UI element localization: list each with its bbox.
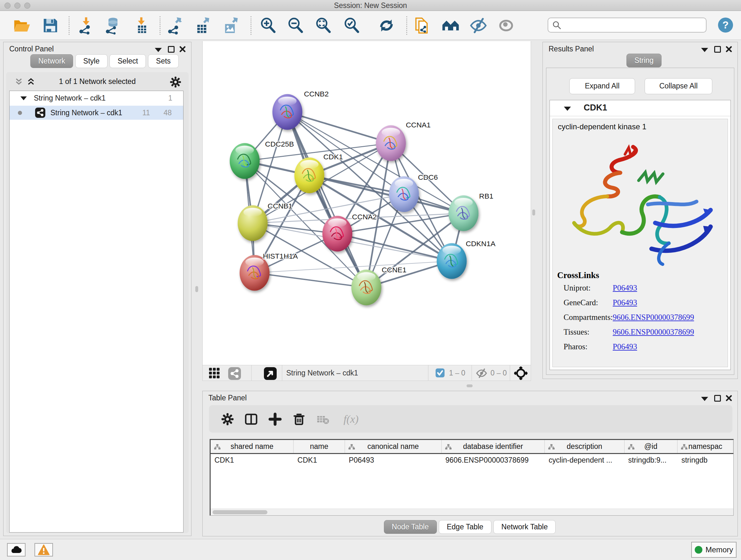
protein-section-header[interactable]: CDK1: [550, 100, 731, 116]
tab-select[interactable]: Select: [110, 54, 146, 68]
crosslink-pharos-link[interactable]: P06493: [613, 342, 637, 351]
footer-separator: [251, 365, 252, 381]
left-splitter-handle[interactable]: [195, 286, 198, 292]
table-row[interactable]: CDK1CDK1P064939606.ENSP00000378699cyclin…: [211, 454, 733, 466]
help-button[interactable]: ?: [718, 17, 733, 33]
selected-checkbox-icon[interactable]: [435, 368, 445, 379]
scrollbar-thumb[interactable]: [212, 510, 267, 514]
show-eye-button[interactable]: [495, 15, 517, 36]
create-column-plus-icon[interactable]: [267, 412, 283, 427]
grid-view-icon[interactable]: [208, 367, 220, 381]
network-node-CCNB1[interactable]: [238, 205, 268, 241]
show-columns-icon[interactable]: [244, 412, 259, 427]
column-header-namespac[interactable]: namespac: [677, 440, 733, 453]
network-edge[interactable]: [255, 273, 366, 288]
crosslink-tissues-link[interactable]: 9606.ENSP00000378699: [613, 327, 694, 336]
tab-string-results[interactable]: String: [626, 54, 662, 67]
string-view-icon[interactable]: [228, 367, 241, 381]
panel-float-icon[interactable]: [714, 395, 721, 401]
network-node-CDC6[interactable]: [389, 176, 419, 212]
delete-column-trash-icon[interactable]: [291, 412, 307, 427]
import-network-button[interactable]: [75, 15, 98, 36]
tab-network[interactable]: Network: [30, 54, 73, 68]
birdseye-view-icon[interactable]: [264, 367, 277, 381]
panel-close-icon[interactable]: [725, 395, 732, 401]
crosslink-genecard-link[interactable]: P06493: [613, 298, 637, 307]
hidden-eye-slash-icon[interactable]: [476, 368, 487, 380]
tab-style[interactable]: Style: [75, 54, 108, 68]
network-node-HIST1H1A[interactable]: [240, 255, 270, 291]
cloud-button[interactable]: [7, 543, 25, 557]
network-edge[interactable]: [287, 112, 391, 143]
panel-menu-caret-icon[interactable]: [701, 48, 708, 52]
export-image-button[interactable]: [220, 15, 242, 36]
collapse-all-button[interactable]: Collapse All: [645, 78, 712, 94]
network-node-CDC25B[interactable]: [230, 143, 260, 179]
network-canvas-svg: CCNB2CCNA1CDC25BCDK1CDC6RB1CCNB1CCNA2CDK…: [203, 41, 531, 365]
fit-selection-crosshair-icon[interactable]: [514, 367, 528, 381]
crosslink-uniprot-link[interactable]: P06493: [613, 284, 637, 293]
tab-sets[interactable]: Sets: [148, 54, 179, 68]
export-table-button[interactable]: [192, 15, 214, 36]
collection-caret-icon[interactable]: [20, 97, 27, 100]
network-options-gear-icon[interactable]: [170, 76, 182, 89]
right-splitter-handle[interactable]: [532, 209, 535, 215]
network-row-selected[interactable]: String Network – cdk1 11 48: [10, 106, 183, 120]
column-header--id[interactable]: @id: [624, 440, 678, 453]
network-node-CDK1[interactable]: [294, 158, 324, 193]
protein-description: cyclin-dependent kinase 1: [558, 122, 647, 131]
network-node-CCNA1[interactable]: [376, 125, 406, 161]
zoom-fit-button[interactable]: [312, 15, 334, 36]
crosslink-label: GeneCard:: [563, 298, 598, 307]
zoom-out-button[interactable]: [284, 15, 307, 36]
panel-close-icon[interactable]: [725, 46, 732, 53]
import-network-from-database-button[interactable]: [102, 15, 124, 36]
panel-menu-caret-icon[interactable]: [155, 48, 162, 52]
clone-network-button[interactable]: [411, 15, 433, 36]
column-header-description[interactable]: description: [545, 440, 624, 453]
tab-node-table[interactable]: Node Table: [384, 520, 437, 534]
panel-float-icon[interactable]: [168, 46, 175, 53]
network-collection-row[interactable]: String Network – cdk1 1: [10, 91, 183, 106]
section-caret-icon[interactable]: [564, 107, 571, 111]
warnings-button[interactable]: [35, 543, 53, 557]
table-options-gear-icon[interactable]: [220, 412, 235, 427]
column-header-shared-name[interactable]: shared name: [211, 440, 293, 453]
footer-separator: [510, 365, 510, 381]
zoom-selected-button[interactable]: [340, 15, 363, 36]
memory-button[interactable]: Memory: [691, 542, 737, 558]
bottom-splitter-handle[interactable]: [467, 384, 473, 387]
network-edge[interactable]: [287, 112, 366, 288]
panel-close-icon[interactable]: [179, 46, 186, 53]
protein-detail-body: cyclin-dependent kinase 1: [552, 119, 728, 367]
save-session-button[interactable]: [39, 15, 62, 36]
delete-table-icon[interactable]: [315, 412, 331, 427]
column-header-canonical-name[interactable]: canonical name: [345, 440, 442, 453]
panel-menu-caret-icon[interactable]: [701, 397, 708, 401]
crosslink-compartments-link[interactable]: 9606.ENSP00000378699: [613, 313, 694, 322]
tab-edge-table[interactable]: Edge Table: [439, 520, 491, 534]
panel-float-icon[interactable]: [714, 46, 721, 53]
network-node-CCNE1[interactable]: [351, 270, 381, 306]
network-node-label: CDK1: [323, 152, 343, 161]
network-view-canvas[interactable]: CCNB2CCNA1CDC25BCDK1CDC6RB1CCNB1CCNA2CDK…: [202, 41, 531, 365]
column-header-name[interactable]: name: [293, 440, 345, 453]
apply-layout-button[interactable]: [375, 15, 398, 36]
export-network-button[interactable]: [164, 15, 186, 36]
zoom-in-button[interactable]: [257, 15, 279, 36]
network-node-RB1[interactable]: [449, 195, 479, 231]
hide-panel-eye-button[interactable]: [467, 15, 489, 36]
function-builder-icon[interactable]: f(x): [338, 412, 364, 427]
import-table-button[interactable]: [131, 15, 153, 36]
open-session-button[interactable]: [10, 15, 33, 36]
network-node-CCNB2[interactable]: [273, 94, 302, 130]
column-header-database-identifier[interactable]: database identifier: [442, 440, 545, 453]
horizontal-scrollbar[interactable]: [211, 509, 733, 515]
network-node-CDKN1A[interactable]: [437, 243, 467, 279]
search-input[interactable]: [548, 17, 706, 33]
tab-network-table[interactable]: Network Table: [493, 520, 556, 534]
string-results-container: Expand All Collapse All CDK1 cyclin-depe…: [546, 68, 734, 375]
home-networks-button[interactable]: [440, 15, 462, 36]
expand-all-button[interactable]: Expand All: [569, 78, 635, 94]
network-node-CCNA2[interactable]: [322, 216, 352, 252]
